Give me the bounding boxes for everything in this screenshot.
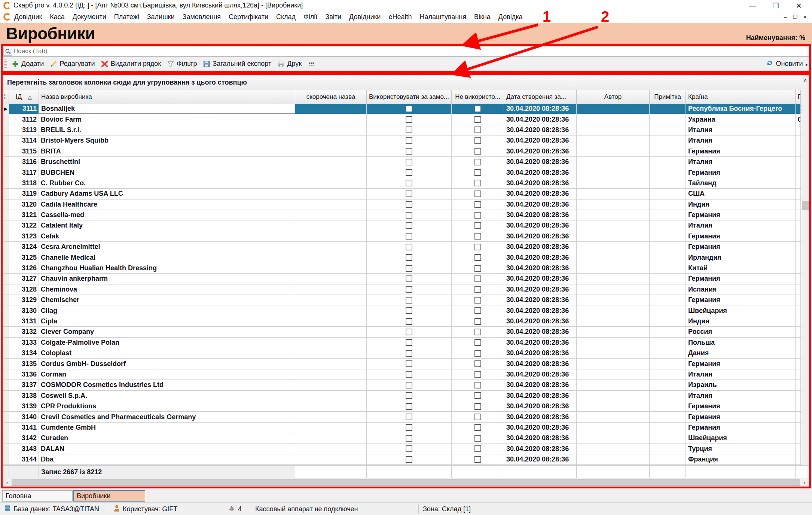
- table-row[interactable]: 3120Cadila Healthcare30.04.2020 08:28:36…: [3, 199, 802, 210]
- cell-country[interactable]: Швейцария: [686, 305, 796, 316]
- cell-p[interactable]: [796, 380, 801, 390]
- table-row[interactable]: 3114Bristol-Myers Squibb30.04.2020 08:28…: [3, 135, 802, 146]
- cell-country[interactable]: Индия: [686, 199, 796, 210]
- cell-use_default[interactable]: [367, 284, 452, 295]
- cell-name[interactable]: Corman: [39, 369, 295, 380]
- cell-not_use[interactable]: [452, 210, 504, 220]
- cell-author[interactable]: [577, 305, 650, 316]
- cell-id[interactable]: 3118: [9, 178, 39, 188]
- table-row[interactable]: 3141Cumdente GmbH30.04.2020 08:28:36Герм…: [3, 423, 802, 433]
- cell-not_use[interactable]: [452, 454, 504, 464]
- cell-author[interactable]: [577, 444, 650, 454]
- cell-short[interactable]: [295, 391, 367, 401]
- filter-button[interactable]: Фільтр: [164, 59, 200, 68]
- cell-name[interactable]: BRELIL S.r.l.: [39, 125, 295, 135]
- cell-short[interactable]: [295, 189, 367, 199]
- checkbox-not_use[interactable]: [474, 169, 481, 176]
- table-row[interactable]: 3124Cesra Arcneimittel30.04.2020 08:28:3…: [3, 242, 802, 252]
- cell-country[interactable]: Дания: [686, 348, 796, 358]
- cell-short[interactable]: [295, 423, 367, 433]
- cell-p[interactable]: [796, 242, 801, 252]
- cell-author[interactable]: [577, 189, 650, 199]
- cell-not_use[interactable]: [452, 125, 504, 135]
- cell-ind[interactable]: [3, 284, 9, 295]
- delete-row-button[interactable]: Видалити рядок: [98, 59, 164, 68]
- cell-author[interactable]: [577, 114, 650, 124]
- cell-not_use[interactable]: [452, 369, 504, 380]
- search-input[interactable]: Поиск (Tab): [13, 46, 48, 56]
- cell-country[interactable]: Германия: [686, 412, 796, 422]
- checkbox-use_default[interactable]: [406, 137, 412, 144]
- table-row[interactable]: 3132Clever Company30.04.2020 08:28:36Рос…: [3, 327, 802, 337]
- cell-date[interactable]: 30.04.2020 08:28:36: [504, 157, 577, 167]
- cell-name[interactable]: Bruschettini: [39, 157, 295, 167]
- menu-item-9[interactable]: Звіти: [325, 13, 341, 21]
- table-row[interactable]: 3112Bovioc Farm30.04.2020 08:28:36Украин…: [3, 114, 802, 125]
- cell-author[interactable]: [577, 412, 650, 422]
- cell-ind[interactable]: [3, 412, 9, 422]
- grid-header-not_use[interactable]: Не використо...: [452, 90, 504, 104]
- cell-note[interactable]: [650, 220, 686, 231]
- cell-author[interactable]: [577, 263, 650, 273]
- cell-country[interactable]: Германия: [686, 423, 796, 433]
- cell-short[interactable]: [295, 104, 367, 114]
- cell-id[interactable]: 3144: [9, 454, 39, 464]
- cell-ind[interactable]: [3, 444, 9, 454]
- cell-not_use[interactable]: [452, 263, 504, 273]
- cell-date[interactable]: 30.04.2020 08:28:36: [504, 401, 577, 411]
- cell-note[interactable]: [650, 359, 686, 369]
- cell-ind[interactable]: [3, 401, 9, 411]
- cell-country[interactable]: Индия: [686, 316, 796, 326]
- cell-not_use[interactable]: [452, 380, 504, 390]
- cell-p[interactable]: [796, 295, 801, 305]
- checkbox-not_use[interactable]: [474, 106, 481, 112]
- scroll-up-icon[interactable]: ∧: [802, 75, 809, 85]
- cell-p[interactable]: [796, 391, 801, 401]
- cell-short[interactable]: [295, 401, 367, 411]
- cell-short[interactable]: [295, 114, 367, 124]
- checkbox-not_use[interactable]: [474, 148, 481, 155]
- grid-header-use_default[interactable]: Використовувати за замо...: [367, 90, 452, 104]
- cell-use_default[interactable]: [367, 135, 452, 146]
- cell-author[interactable]: [577, 178, 650, 188]
- cell-date[interactable]: 30.04.2020 08:28:36: [504, 369, 577, 380]
- cell-country[interactable]: Италия: [686, 157, 796, 167]
- cell-id[interactable]: 3127: [9, 274, 39, 284]
- checkbox-use_default[interactable]: [406, 286, 412, 293]
- checkbox-use_default[interactable]: [406, 254, 412, 261]
- cell-use_default[interactable]: [367, 178, 452, 188]
- checkbox-not_use[interactable]: [474, 382, 481, 388]
- cell-country[interactable]: Польша: [686, 338, 796, 348]
- cell-use_default[interactable]: [367, 146, 452, 156]
- cell-country[interactable]: Италия: [686, 220, 796, 231]
- cell-not_use[interactable]: [452, 114, 504, 124]
- checkbox-not_use[interactable]: [474, 403, 481, 410]
- cell-short[interactable]: [295, 348, 367, 358]
- cell-not_use[interactable]: [452, 444, 504, 454]
- cell-author[interactable]: [577, 295, 650, 305]
- cell-not_use[interactable]: [452, 305, 504, 316]
- cell-short[interactable]: [295, 199, 367, 210]
- cell-author[interactable]: [577, 433, 650, 443]
- child-minimize-icon[interactable]: –: [781, 13, 790, 21]
- cell-note[interactable]: [650, 391, 686, 401]
- cell-author[interactable]: [577, 369, 650, 380]
- cell-use_default[interactable]: [367, 401, 452, 411]
- cell-use_default[interactable]: [367, 125, 452, 135]
- cell-name[interactable]: Cesra Arcneimittel: [39, 242, 295, 252]
- table-row[interactable]: 3119Cadbury Adams USA LLC30.04.2020 08:2…: [3, 189, 802, 199]
- table-row[interactable]: 3116Bruschettini30.04.2020 08:28:36Итали…: [3, 157, 802, 167]
- cell-note[interactable]: [650, 189, 686, 199]
- cell-country[interactable]: Франция: [686, 454, 796, 464]
- cell-short[interactable]: [295, 135, 367, 146]
- checkbox-use_default[interactable]: [406, 244, 412, 250]
- checkbox-not_use[interactable]: [474, 392, 481, 399]
- cell-name[interactable]: Colgate-Palmolive Polan: [39, 338, 295, 348]
- cell-id[interactable]: 3122: [9, 220, 39, 231]
- checkbox-not_use[interactable]: [474, 127, 481, 133]
- cell-p[interactable]: [796, 125, 801, 135]
- cell-short[interactable]: [295, 327, 367, 337]
- cell-note[interactable]: [650, 401, 686, 411]
- cell-p[interactable]: [796, 348, 801, 358]
- cell-p[interactable]: [796, 157, 801, 167]
